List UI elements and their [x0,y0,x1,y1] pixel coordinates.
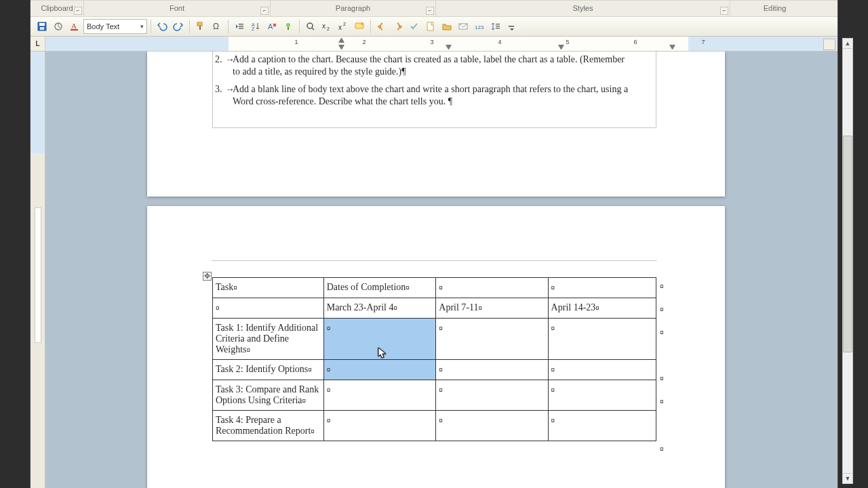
table-row[interactable]: Task 2: Identify Options¤ ¤ ¤ ¤ [213,360,656,380]
vertical-ruler[interactable] [31,52,45,488]
cell-mark: ¤ [439,325,443,332]
svg-rect-28 [496,26,500,26]
svg-rect-6 [197,22,202,26]
new-comment-button[interactable] [352,19,367,34]
table-row[interactable]: Task¤ Dates of Completion¤ ¤ ¤ [213,278,656,298]
clear-formatting-button[interactable]: A [264,19,279,34]
svg-rect-27 [496,24,500,24]
right-indent-marker[interactable] [669,45,675,50]
spellcheck-button[interactable] [407,19,422,34]
hanging-indent-marker[interactable] [338,45,344,50]
svg-rect-30 [509,26,514,27]
selected-cell[interactable]: ¤ [323,319,436,360]
date-cell: March 23-April 4 [327,302,394,312]
paragraph-dialog-launcher[interactable]: ⌐ [426,7,434,15]
undo-button[interactable] [155,19,170,34]
cell-mark: ¤ [439,366,443,373]
svg-text:Z: Z [252,26,255,31]
open-folder-button[interactable] [439,19,454,34]
insert-symbol-button[interactable]: Ω [210,19,224,34]
decrease-indent-button[interactable] [232,19,247,34]
cell-mark: ¤ [439,386,443,394]
new-doc-button[interactable] [423,19,438,34]
zoom-button[interactable] [303,19,318,34]
redo-button[interactable] [171,19,186,34]
cell-mark: ¤ [327,386,331,394]
svg-text:A: A [71,22,77,30]
previous-button[interactable] [374,19,389,34]
ribbon-group-styles-label: Styles [573,4,593,12]
selected-cell[interactable]: ¤ [323,360,436,380]
row-end-mark: ¤ [660,445,664,453]
svg-point-17 [307,23,313,28]
open-button[interactable] [51,19,66,34]
mail-button[interactable] [456,19,471,34]
vertical-scrollbar-thumb[interactable] [843,136,852,352]
toolbar-overflow-button[interactable] [505,19,519,34]
save-button[interactable] [35,19,50,34]
toggle-codes-button[interactable]: 123 [472,19,487,34]
schedule-table[interactable]: Task¤ Dates of Completion¤ ¤ ¤ ¤ March 2… [212,277,656,441]
toggle-ruler-button[interactable] [823,39,835,50]
ribbon-group-clipboard-label: Clipboard [41,4,73,12]
ribbon-group-editing-label: Editing [764,4,787,12]
task-cell: Task 4: Prepare a Recommendation Report [216,415,311,436]
column-marker[interactable] [558,45,564,50]
column-marker[interactable] [446,45,452,50]
scroll-up-button[interactable]: ▲ [842,38,853,49]
row-end-mark: ¤ [660,329,664,336]
document-page[interactable]: 2. → Add a caption to the chart. Because… [147,52,725,197]
font-color-button[interactable]: A [67,19,82,34]
body-text: Add a blank line of body text above the … [233,83,639,108]
svg-text:x: x [322,22,326,30]
svg-rect-9 [239,24,243,24]
font-dialog-launcher[interactable]: ⌐ [260,7,269,15]
cell-mark: ¤ [551,366,555,373]
ruler-number: 2 [362,39,366,45]
scroll-down-button[interactable]: ▼ [842,473,853,484]
ribbon-group-font: Font ⌐ [84,1,271,16]
svg-rect-29 [496,28,500,28]
format-painter-button[interactable] [193,19,208,34]
next-button[interactable] [391,19,406,34]
svg-point-23 [361,22,363,25]
row-end-mark: ¤ [660,375,664,382]
ruler-number: 4 [498,39,501,45]
cell-mark: ¤ [551,325,555,332]
svg-text:x: x [338,24,342,31]
ribbon-group-paragraph-label: Paragraph [336,4,370,12]
date-cell: April 7-11 [439,302,478,312]
table-row[interactable]: Task 4: Prepare a Recommendation Report¤… [213,411,656,441]
subscript-button[interactable]: x2 [319,19,334,34]
table-move-handle[interactable]: ✥ [203,272,212,281]
cell-mark: ¤ [216,304,220,312]
svg-point-15 [286,23,290,27]
line-spacing-button[interactable] [488,19,503,34]
svg-rect-24 [427,22,433,30]
svg-text:123: 123 [475,24,484,30]
cell-mark: ¤ [439,284,443,291]
body-text: Add a caption to the chart. Because the … [233,54,633,78]
highlight-button[interactable] [281,19,296,34]
task-cell: Task 2: Identify Options [216,364,308,374]
ruler-number: 5 [566,39,569,45]
styles-dialog-launcher[interactable]: ⌐ [720,7,728,15]
svg-rect-5 [71,29,78,30]
table-row[interactable]: Task 3: Compare and Rank Options Using C… [213,380,656,411]
tab-selector[interactable]: L [31,37,45,51]
style-dropdown[interactable]: Body Text ▾ [83,19,147,34]
svg-rect-7 [199,26,201,30]
svg-text:2: 2 [327,26,330,31]
horizontal-ruler[interactable]: L 1 2 3 4 5 6 7 [31,37,837,52]
clipboard-dialog-launcher[interactable]: ⌐ [74,7,82,15]
table-row[interactable]: Task 1: Identify Additional Criteria and… [213,319,656,360]
table-header-dates: Dates of Completion [327,282,406,292]
date-cell: April 14-23 [551,302,596,312]
document-page[interactable]: ✥ Task¤ Dates of Completion¤ ¤ ¤ ¤ March… [147,206,725,488]
first-line-indent-marker[interactable] [338,37,344,43]
table-header-task: Task [216,282,233,292]
document-workspace: 2. → Add a caption to the chart. Because… [31,52,837,488]
sort-button[interactable]: AZ [248,19,263,34]
superscript-button[interactable]: x2 [336,19,351,34]
table-row[interactable]: ¤ March 23-April 4¤ April 7-11¤ April 14… [213,298,656,319]
